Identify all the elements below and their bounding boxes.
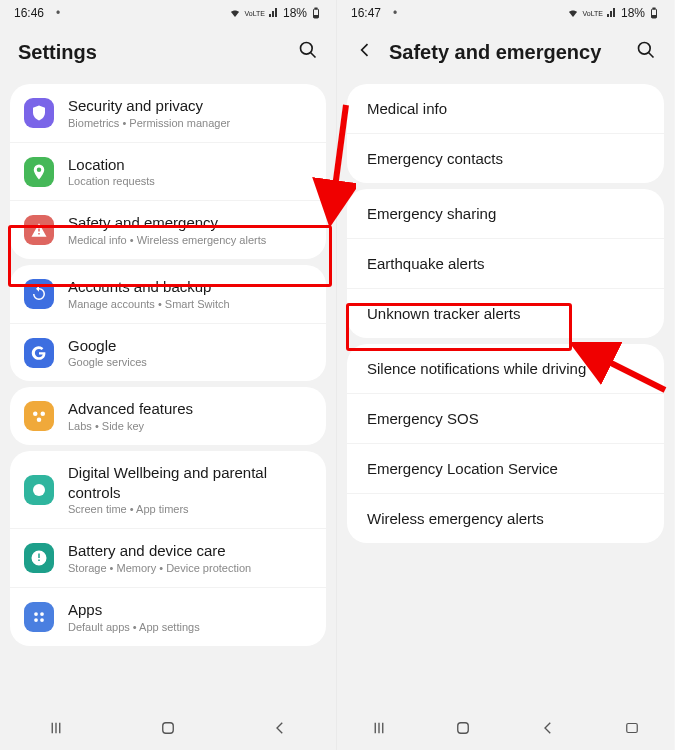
svg-point-7 — [41, 412, 46, 417]
nav-bar-right — [337, 710, 674, 750]
item-emergency-contacts[interactable]: Emergency contacts — [347, 133, 664, 183]
item-title: Safety and emergency — [68, 213, 312, 233]
status-bar-left: 16:46 • VoLTE 18% — [0, 0, 336, 24]
svg-rect-14 — [163, 723, 174, 734]
shield-icon — [24, 98, 54, 128]
svg-point-9 — [33, 484, 45, 496]
item-sub: Medical info • Wireless emergency alerts — [68, 234, 312, 247]
safety-pane: 16:47 • VoLTE 18% Safety and emergency M… — [337, 0, 674, 750]
svg-rect-21 — [458, 723, 469, 734]
back-button[interactable] — [539, 719, 557, 741]
svg-point-20 — [639, 43, 651, 55]
back-icon[interactable] — [355, 40, 375, 64]
home-button[interactable] — [454, 719, 472, 741]
star-icon — [24, 401, 54, 431]
item-title: Digital Wellbeing and parental controls — [68, 463, 312, 502]
safety-group: Emergency sharing Earthquake alerts Unkn… — [347, 189, 664, 338]
item-medical-info[interactable]: Medical info — [347, 84, 664, 133]
battery-icon — [648, 7, 660, 19]
item-title: Apps — [68, 600, 312, 620]
home-button[interactable] — [159, 719, 177, 741]
item-title: Google — [68, 336, 312, 356]
settings-group: Accounts and backup Manage accounts • Sm… — [10, 265, 326, 381]
svg-rect-19 — [652, 16, 656, 18]
wellbeing-icon — [24, 475, 54, 505]
volte-icon: VoLTE — [244, 10, 265, 17]
page-title: Safety and emergency — [389, 41, 601, 64]
item-sub: Manage accounts • Smart Switch — [68, 298, 312, 311]
signal-icon — [606, 7, 618, 19]
back-button[interactable] — [271, 719, 289, 741]
svg-point-6 — [33, 412, 38, 417]
settings-item-apps[interactable]: Apps Default apps • App settings — [10, 587, 326, 646]
safety-header: Safety and emergency — [337, 24, 674, 78]
signal-icon — [268, 7, 280, 19]
svg-point-10 — [34, 612, 38, 616]
settings-item-advanced[interactable]: Advanced features Labs • Side key — [10, 387, 326, 445]
item-earthquake-alerts[interactable]: Earthquake alerts — [347, 238, 664, 288]
item-sub: Screen time • App timers — [68, 503, 312, 516]
nav-bar-left — [0, 710, 336, 750]
apps-icon — [24, 602, 54, 632]
svg-rect-3 — [315, 8, 317, 9]
settings-group: Advanced features Labs • Side key — [10, 387, 326, 445]
pin-icon — [24, 157, 54, 187]
settings-pane: 16:46 • VoLTE 18% Settings Security and … — [0, 0, 337, 750]
search-icon[interactable] — [298, 40, 318, 64]
volte-icon: VoLTE — [582, 10, 603, 17]
item-silence-driving[interactable]: Silence notifications while driving — [347, 344, 664, 393]
settings-item-google[interactable]: Google Google services — [10, 323, 326, 382]
item-emergency-sos[interactable]: Emergency SOS — [347, 393, 664, 443]
search-icon[interactable] — [636, 40, 656, 64]
item-location-service[interactable]: Emergency Location Service — [347, 443, 664, 493]
item-sub: Labs • Side key — [68, 420, 312, 433]
recents-button[interactable] — [370, 719, 388, 741]
svg-point-5 — [301, 43, 313, 55]
settings-item-accounts[interactable]: Accounts and backup Manage accounts • Sm… — [10, 265, 326, 323]
svg-point-11 — [40, 612, 44, 616]
svg-rect-22 — [627, 724, 638, 733]
settings-group: Security and privacy Biometrics • Permis… — [10, 84, 326, 259]
wifi-icon — [567, 7, 579, 19]
settings-item-safety[interactable]: Safety and emergency Medical info • Wire… — [10, 200, 326, 259]
recents-button[interactable] — [47, 719, 65, 741]
alert-icon — [24, 215, 54, 245]
svg-rect-4 — [314, 16, 318, 18]
google-icon — [24, 338, 54, 368]
item-title: Location — [68, 155, 312, 175]
more-dot: • — [56, 6, 60, 20]
item-wireless-alerts[interactable]: Wireless emergency alerts — [347, 493, 664, 543]
item-title: Advanced features — [68, 399, 312, 419]
svg-point-13 — [40, 618, 44, 622]
battery-pct: 18% — [621, 6, 645, 20]
svg-rect-18 — [653, 8, 655, 9]
settings-item-security[interactable]: Security and privacy Biometrics • Permis… — [10, 84, 326, 142]
settings-item-location[interactable]: Location Location requests — [10, 142, 326, 201]
item-sub: Biometrics • Permission manager — [68, 117, 312, 130]
page-title: Settings — [18, 41, 97, 64]
item-title: Battery and device care — [68, 541, 312, 561]
status-bar-right: 16:47 • VoLTE 18% — [337, 0, 674, 24]
keyboard-button[interactable] — [623, 719, 641, 741]
clock: 16:46 — [14, 6, 44, 20]
device-care-icon — [24, 543, 54, 573]
svg-point-8 — [37, 418, 42, 423]
settings-item-battery[interactable]: Battery and device care Storage • Memory… — [10, 528, 326, 587]
item-sub: Location requests — [68, 175, 312, 188]
clock: 16:47 — [351, 6, 381, 20]
item-emergency-sharing[interactable]: Emergency sharing — [347, 189, 664, 238]
safety-group: Medical info Emergency contacts — [347, 84, 664, 183]
svg-point-12 — [34, 618, 38, 622]
item-sub: Storage • Memory • Device protection — [68, 562, 312, 575]
settings-header: Settings — [0, 24, 336, 78]
settings-item-wellbeing[interactable]: Digital Wellbeing and parental controls … — [10, 451, 326, 528]
more-dot: • — [393, 6, 397, 20]
battery-pct: 18% — [283, 6, 307, 20]
sync-icon — [24, 279, 54, 309]
safety-group: Silence notifications while driving Emer… — [347, 344, 664, 543]
item-unknown-tracker[interactable]: Unknown tracker alerts — [347, 288, 664, 338]
item-title: Accounts and backup — [68, 277, 312, 297]
item-title: Security and privacy — [68, 96, 312, 116]
wifi-icon — [229, 7, 241, 19]
settings-group: Digital Wellbeing and parental controls … — [10, 451, 326, 646]
